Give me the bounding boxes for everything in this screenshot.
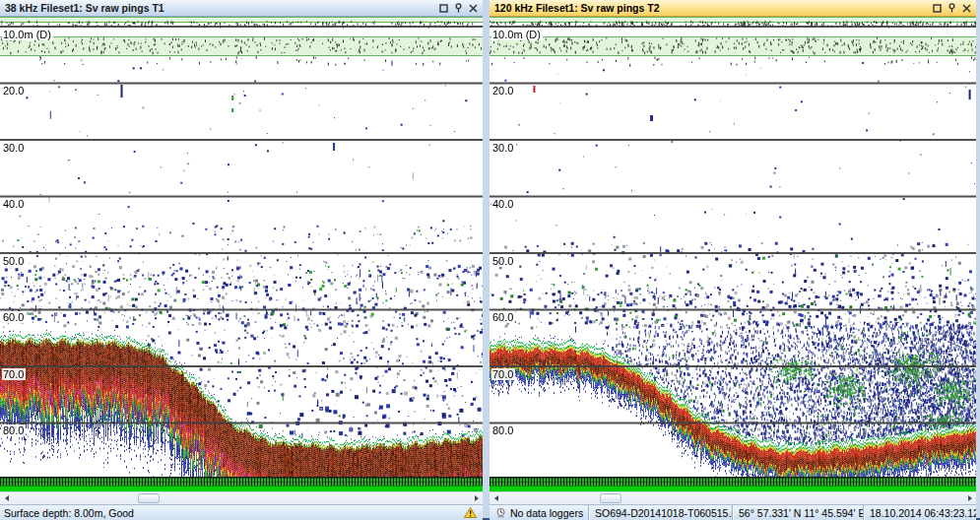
echogram-window-120khz: 120 kHz Fileset1: Sv raw pings T2 10.0m … — [490, 0, 976, 520]
pin-icon[interactable] — [946, 2, 958, 14]
scroll-right-arrow[interactable] — [963, 492, 976, 504]
window-title-38khz: 38 kHz Fileset1: Sv raw pings T1 — [5, 2, 164, 14]
bottom-line-tick-band — [490, 477, 976, 486]
scroll-right-arrow[interactable] — [470, 492, 483, 504]
statusbar-120khz: No data loggers SO694-D20141018-T060515.… — [490, 504, 976, 520]
depth-label-60m: 60.0 — [491, 311, 515, 323]
ping-timestamp: 18.10.2014 06:43:23.126 — [863, 505, 976, 520]
depth-label-10m: 10.0m (D) — [491, 29, 543, 40]
depth-label-50m: 50.0 — [2, 255, 26, 267]
horizontal-scrollbar-120khz[interactable] — [490, 491, 976, 504]
depth-label-70m: 70.0 — [2, 368, 26, 380]
data-loggers-icon — [495, 507, 506, 518]
depth-label-30m: 30.0 — [491, 142, 515, 154]
raw-file-name: SO694-D20141018-T060515.raw — [588, 505, 732, 520]
echogram-38khz[interactable]: 10.0m (D) 20.0 30.0 40.0 50.0 60.0 70.0 … — [0, 17, 483, 477]
pin-icon[interactable] — [452, 2, 465, 14]
scroll-left-arrow[interactable] — [0, 492, 13, 504]
horizontal-scrollbar-38khz[interactable] — [0, 491, 483, 504]
depth-label-20m: 20.0 — [491, 85, 515, 97]
bottom-line-tick-band — [0, 477, 483, 486]
depth-label-50m: 50.0 — [491, 255, 515, 267]
depth-label-20m: 20.0 — [2, 85, 26, 97]
depth-label-10m: 10.0m (D) — [2, 29, 53, 40]
maximize-icon[interactable] — [437, 2, 450, 14]
scroll-left-arrow[interactable] — [490, 492, 502, 504]
depth-label-30m: 30.0 — [2, 142, 26, 154]
depth-label-80m: 80.0 — [491, 424, 515, 436]
window-buttons — [437, 2, 480, 14]
warning-triangle-icon — [464, 507, 477, 518]
scroll-thumb[interactable] — [138, 493, 160, 503]
window-divider — [483, 0, 490, 520]
depth-label-40m: 40.0 — [2, 198, 26, 210]
titlebar-120khz[interactable]: 120 kHz Fileset1: Sv raw pings T2 — [490, 0, 976, 17]
data-loggers-status: No data loggers — [490, 505, 588, 520]
gps-position: 56° 57.331' N 11° 45.594' E — [732, 505, 863, 520]
depth-label-80m: 80.0 — [2, 424, 26, 436]
echogram-canvas-38khz[interactable] — [0, 17, 483, 477]
statusbar-38khz: Surface depth: 8.00m, Good — [0, 504, 483, 520]
surface-depth-status: Surface depth: 8.00m, Good — [0, 507, 134, 519]
maximize-icon[interactable] — [931, 2, 944, 14]
close-icon[interactable] — [467, 2, 480, 14]
echogram-canvas-120khz[interactable] — [490, 17, 976, 477]
close-icon[interactable] — [960, 2, 973, 14]
depth-label-60m: 60.0 — [2, 311, 26, 323]
titlebar-38khz[interactable]: 38 kHz Fileset1: Sv raw pings T1 — [0, 0, 483, 17]
depth-label-40m: 40.0 — [491, 198, 515, 210]
depth-label-70m: 70.0 — [491, 368, 515, 380]
scroll-thumb[interactable] — [600, 493, 621, 503]
window-title-120khz: 120 kHz Fileset1: Sv raw pings T2 — [494, 2, 659, 14]
echogram-120khz[interactable]: 10.0m (D) 20.0 30.0 40.0 50.0 60.0 70.0 … — [490, 17, 976, 477]
window-buttons — [931, 2, 973, 14]
echogram-window-38khz: 38 kHz Fileset1: Sv raw pings T1 10.0m (… — [0, 0, 483, 520]
echosounder-app: 38 kHz Fileset1: Sv raw pings T1 10.0m (… — [0, 0, 980, 520]
